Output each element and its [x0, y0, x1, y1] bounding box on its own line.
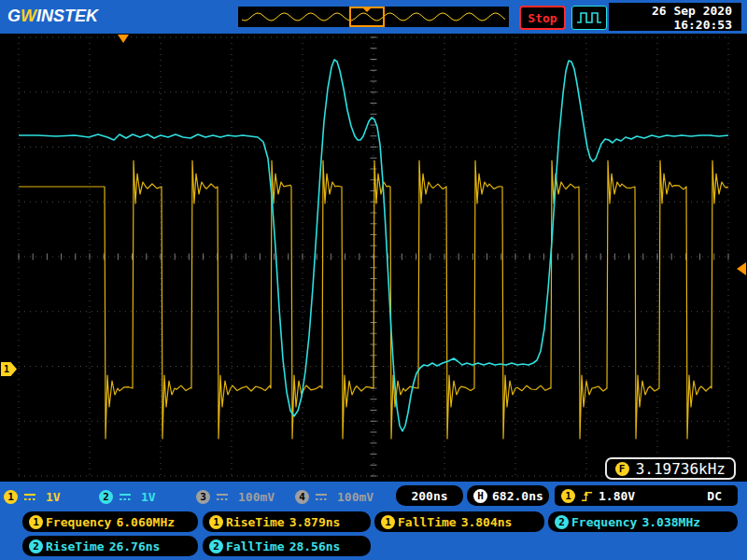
logo-g: G [7, 7, 21, 25]
rising-edge-icon [580, 489, 594, 503]
channel1-coupling-icon [22, 491, 37, 502]
measurement-ch1-falltime: 1 FallTime 3.804ns [374, 511, 544, 532]
channel1-status: 1 1V [4, 485, 61, 508]
measurement-channel-badge: 1 [209, 515, 223, 529]
frequency-counter-value: 3.19736kHz [636, 460, 726, 478]
channel3-coupling-icon [215, 491, 230, 502]
measurement-value: 28.56ns [289, 539, 341, 553]
channel2-badge: 2 [99, 490, 113, 504]
measurement-value: 3.804ns [461, 515, 513, 529]
memory-position-bar [238, 7, 509, 27]
trigger-source-badge: 1 [561, 489, 575, 503]
top-bar: GWINSTEK Stop 26 Sep 2020 16:20:53 [0, 0, 747, 34]
measurement-ch1-risetime: 1 RiseTime 3.879ns [203, 511, 371, 532]
trigger-level-marker[interactable] [737, 262, 746, 275]
channel1-badge: 1 [4, 490, 18, 504]
measurement-ch2-risetime: 2 RiseTime 26.76ns [22, 536, 198, 556]
trigger-coupling: DC [707, 489, 731, 503]
logo-w: W [21, 7, 36, 25]
measurement-value: 6.060MHz [116, 515, 175, 529]
horizontal-value: 682.0ns [492, 489, 543, 503]
channel1-scale: 1V [46, 490, 61, 504]
square-wave-icon [576, 10, 602, 25]
measurement-ch2-frequency: 2 Frequency 3.038MHz [548, 511, 738, 532]
frequency-badge: F [615, 462, 629, 476]
measurement-label: FallTime [398, 515, 457, 529]
date-text: 26 Sep 2020 [609, 4, 732, 18]
memory-waveform-preview [238, 7, 509, 27]
stop-button[interactable]: Stop [519, 6, 566, 30]
logo-rest: INSTEK [36, 7, 98, 25]
stop-label: Stop [528, 11, 557, 25]
channel4-scale: 100mV [337, 490, 374, 504]
measurement-value: 3.879ns [289, 515, 341, 529]
measurement-ch1-frequency: 1 Frequency 6.060MHz [22, 511, 198, 532]
channel2-coupling-icon [118, 491, 133, 502]
trigger-position-marker[interactable] [118, 35, 129, 43]
status-panel: 1 1V 2 1V 3 100mV 4 100mV 200ns H 682.0n… [0, 482, 747, 560]
timebase-value: 200ns [411, 489, 447, 503]
channel3-status: 3 100mV [196, 485, 275, 508]
measurement-label: Frequency [571, 515, 637, 529]
measurement-channel-badge: 2 [209, 539, 223, 553]
channel3-badge: 3 [196, 490, 210, 504]
measurement-label: RiseTime [46, 539, 105, 553]
channel4-badge: 4 [295, 490, 309, 504]
measurement-value: 3.038MHz [641, 515, 700, 529]
trigger-status: 1 1.80V DC [555, 485, 738, 506]
horizontal-badge: H [473, 489, 487, 503]
channel2-status: 2 1V [99, 485, 156, 508]
channel1-ground-label: 1 [4, 364, 9, 374]
channel3-scale: 100mV [238, 490, 275, 504]
waveform-traces [0, 34, 747, 482]
brand-logo: GWINSTEK [7, 7, 98, 26]
measurement-label: FallTime [226, 539, 285, 553]
measurement-channel-badge: 2 [555, 515, 569, 529]
oscilloscope-screen: GWINSTEK Stop 26 Sep 2020 16:20:53 1 F 3… [0, 0, 747, 560]
datetime-display: 26 Sep 2020 16:20:53 [609, 3, 741, 31]
measurement-channel-badge: 1 [29, 515, 43, 529]
trigger-level-value: 1.80V [599, 489, 635, 503]
timebase-readout: 200ns [396, 485, 463, 506]
measurement-channel-badge: 2 [29, 539, 43, 553]
measurement-label: RiseTime [226, 515, 285, 529]
channel4-coupling-icon [314, 491, 329, 502]
horizontal-position-readout: H 682.0ns [467, 485, 549, 506]
trigger-mode-indicator[interactable] [571, 6, 607, 30]
channel2-scale: 1V [141, 490, 156, 504]
measurement-ch2-falltime: 2 FallTime 28.56ns [203, 536, 371, 556]
measurement-value: 26.76ns [109, 539, 161, 553]
measurement-channel-badge: 1 [381, 515, 395, 529]
channel4-status: 4 100mV [295, 485, 374, 508]
measurement-label: Frequency [46, 515, 111, 529]
frequency-counter-readout: F 3.19736kHz [605, 457, 736, 480]
waveform-display: 1 F 3.19736kHz [0, 34, 747, 482]
time-text: 16:20:53 [609, 18, 732, 32]
